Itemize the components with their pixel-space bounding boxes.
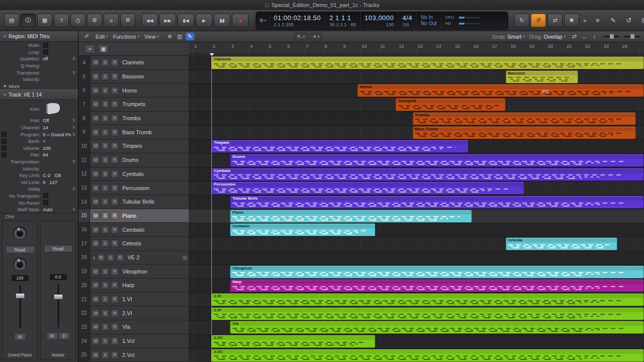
mute-button[interactable]: M [92, 295, 100, 303]
slider-handle[interactable] [630, 34, 634, 39]
note-pads-icon[interactable]: ✎ [606, 14, 620, 27]
checkbox[interactable] [43, 49, 48, 54]
solo-button[interactable]: S [101, 58, 109, 66]
region-clarinets[interactable]: Clarinets [211, 56, 644, 69]
inspector-field-quantize[interactable]: Quantize:off⇅ [0, 55, 78, 62]
toolbox-icon[interactable]: ▦ [37, 14, 52, 27]
solo-button[interactable]: S [101, 114, 109, 122]
inspector-field-transpose[interactable]: Transpose:⇅ [0, 69, 78, 76]
mute-button[interactable]: M [92, 170, 100, 178]
inspector-field-vel-limit[interactable]: Vel Limit:0 127 [0, 179, 78, 186]
track-name[interactable]: Trombs [122, 115, 141, 121]
track-header-2-vcl[interactable]: 25MSR2.Vcl [78, 348, 189, 362]
checkbox[interactable] [2, 152, 7, 157]
record-arm-button[interactable]: R [111, 267, 119, 276]
loop-browser-icon[interactable]: ↺ [622, 14, 636, 27]
track-name[interactable]: VE 2 [128, 254, 140, 260]
track-name[interactable]: Piano [122, 213, 136, 219]
rewind-button[interactable]: ◀◀ [141, 14, 158, 27]
arrange-area[interactable]: ClarinetsBassoonHorns-102TrumpetsTrombsB… [189, 56, 644, 362]
volume-fader[interactable] [3, 284, 37, 329]
track-header-bassoon[interactable]: 5MSRBassoon [78, 70, 189, 84]
region-inspector-header[interactable]: ▼ Region: MIDI Thru [0, 31, 78, 42]
record-arm-button[interactable]: R [111, 226, 119, 234]
mute-button[interactable]: M [47, 333, 57, 339]
inspector-field-delay[interactable]: Delay⇅ [0, 186, 78, 193]
track-name[interactable]: Bass Tromb [122, 129, 152, 135]
list-editors-icon[interactable]: ≡ [591, 14, 605, 27]
mute-button[interactable]: M [92, 142, 100, 150]
add-track-button[interactable]: + [85, 44, 95, 53]
drag-menu[interactable]: Drag: Overlap ▾ [529, 34, 566, 40]
automation-read-button[interactable]: Read [44, 245, 73, 252]
inspector-field-icon[interactable]: Icon: [0, 100, 78, 117]
command-click-tool-menu[interactable]: +▾ [310, 33, 323, 40]
stepper-icon[interactable]: ⇅ [72, 159, 75, 164]
inspector-field-channel[interactable]: Channel:14⇅ [0, 124, 78, 131]
track-name[interactable]: Tubular Bells [122, 199, 154, 205]
record-arm-button[interactable]: R [111, 170, 119, 178]
track-header-1-vi[interactable]: 21MSR1.VI [78, 293, 189, 307]
record-arm-button[interactable]: R [111, 156, 119, 164]
library-icon[interactable]: ▤ [4, 14, 19, 27]
solo-button[interactable]: S [101, 281, 109, 289]
track-header-2-vi[interactable]: 22MSR2.VI [78, 306, 189, 320]
track-header-trumpets[interactable]: 7MSRTrumpets [78, 98, 189, 112]
record-arm-button[interactable]: R [111, 295, 119, 303]
edit-menu[interactable]: Edit▾ [96, 34, 108, 40]
h-zoom-slider[interactable] [603, 36, 619, 37]
volume-fader[interactable] [41, 283, 75, 328]
track-header-ve-2[interactable]: 18♪MSRVE 2◎ [78, 251, 189, 265]
mute-button[interactable]: M [92, 128, 100, 136]
mute-button[interactable]: M [92, 309, 100, 317]
midi-draw-icon[interactable]: ✎ [186, 33, 194, 40]
inspector-field-volume[interactable]: Volume:100 [0, 145, 78, 152]
record-arm-button[interactable]: R [111, 100, 119, 108]
automation-read-button[interactable]: Read [6, 246, 35, 253]
region-1-vc[interactable]: 1.VC [211, 335, 375, 348]
stepper-icon[interactable]: ⇅ [72, 70, 75, 75]
mute-button[interactable]: M [92, 337, 100, 345]
tools-icon[interactable]: ⚒ [120, 14, 135, 27]
mute-button[interactable]: M [92, 198, 100, 206]
mute-button[interactable]: M [15, 334, 25, 340]
record-arm-button[interactable]: R [111, 281, 119, 289]
checkbox[interactable] [43, 193, 48, 198]
track-name[interactable]: Drums [122, 157, 138, 163]
region-percussion[interactable]: Percussion [211, 182, 524, 195]
mute-button[interactable]: M [92, 184, 100, 192]
track-name[interactable]: Harp [122, 282, 134, 288]
mute-button[interactable]: M [97, 253, 105, 261]
solo-button[interactable]: S [101, 295, 109, 303]
track-header-timpani[interactable]: 10MSRTimpani [78, 139, 189, 153]
checkbox[interactable] [43, 43, 48, 48]
inspector-more-toggle[interactable]: ▶ More [0, 83, 78, 90]
track-header-percussion[interactable]: 13MSRPercussion [78, 181, 189, 195]
region-harp[interactable]: Harp [230, 279, 644, 292]
record-arm-button[interactable]: R [111, 128, 119, 136]
record-arm-button[interactable]: R [111, 86, 119, 95]
edit-pencil-icon[interactable]: ✐ [83, 33, 91, 40]
track-header-drums[interactable]: 11MSRDrums [78, 153, 189, 167]
inspector-field-program[interactable]: Program:0 = Grand Piano⇅ [0, 131, 78, 138]
mute-button[interactable]: M [92, 114, 100, 122]
record-button[interactable]: ● [232, 14, 249, 27]
region-bass-tromb[interactable]: Bass Tromb [413, 126, 636, 139]
pause-button[interactable]: ▮▮ [214, 14, 230, 27]
track-inspector-header[interactable]: ▼ Track: VE 1 14 [0, 89, 78, 100]
region-trombs[interactable]: Trombs [413, 112, 636, 125]
inspector-field-no-transpose[interactable]: No Transpose: [0, 193, 78, 200]
stepper-icon[interactable]: ⇅ [72, 118, 75, 123]
inspector-field-bank[interactable]: Bank:+ [0, 138, 78, 145]
track-header-horns[interactable]: 6MSRHorns [78, 83, 189, 98]
solo-button[interactable]: S [101, 156, 109, 164]
track-name[interactable]: 1.VI [122, 296, 132, 302]
record-arm-button[interactable]: R [111, 114, 119, 122]
solo-button[interactable]: S [101, 309, 109, 317]
mixer-icon[interactable]: ≡ [104, 14, 119, 27]
mute-button[interactable]: M [92, 281, 100, 289]
metronome-icon[interactable]: ◷ [70, 14, 86, 27]
slider-handle[interactable] [610, 34, 614, 39]
region-drums[interactable]: Drums [230, 154, 644, 167]
lcd-midi[interactable]: No In No Out [417, 12, 441, 29]
